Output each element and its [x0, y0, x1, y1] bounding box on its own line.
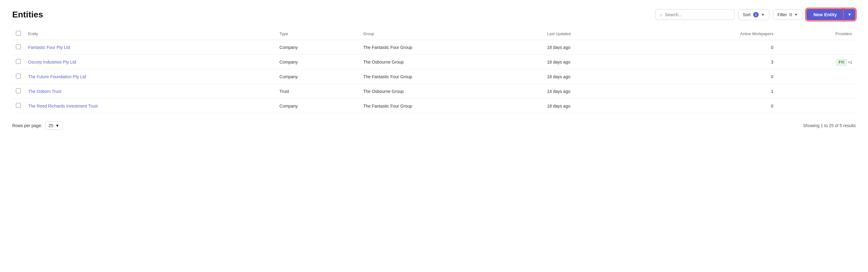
header-entity: Entity	[25, 28, 276, 40]
entity-group: The Fantastic Four Group	[360, 40, 543, 55]
new-entity-dropdown-icon: ▼	[847, 12, 851, 17]
row-checkbox[interactable]	[16, 88, 21, 93]
table-row: The Reed Richards Investment TrustCompan…	[12, 99, 856, 113]
row-checkbox[interactable]	[16, 74, 21, 79]
search-box[interactable]: ⌕	[655, 9, 735, 20]
new-entity-dropdown-button[interactable]: ▼	[843, 8, 856, 21]
entity-type: Company	[276, 69, 360, 84]
row-checkbox[interactable]	[16, 103, 21, 108]
entity-type: Trust	[276, 84, 360, 99]
header-active-workpapers: Active Workpapers	[645, 28, 777, 40]
entity-active-workpapers: 3	[645, 55, 777, 69]
header-providers: Providers	[777, 28, 856, 40]
new-entity-wrapper: New Entity ▼	[806, 8, 856, 21]
header-checkbox-col	[12, 28, 25, 40]
new-entity-button[interactable]: New Entity	[806, 8, 843, 21]
page-title: Entities	[12, 10, 43, 20]
header-last-updated: Last Updated	[543, 28, 645, 40]
rows-per-page-container: Rows per page: 25 ▼	[12, 121, 63, 130]
table-row: The Future Foundation Pty LtdCompanyThe …	[12, 69, 856, 84]
sort-button[interactable]: Sort 1 ▼	[738, 9, 769, 20]
entity-providers	[777, 99, 856, 113]
filter-count: 0	[789, 12, 792, 17]
entity-type: Company	[276, 99, 360, 113]
row-checkbox[interactable]	[16, 44, 21, 49]
filter-label: Filter	[778, 12, 787, 17]
select-all-checkbox[interactable]	[16, 31, 21, 36]
entity-providers	[777, 69, 856, 84]
row-checkbox[interactable]	[16, 59, 21, 64]
footer-row: Rows per page: 25 ▼ Showing 1 to 25 of 5…	[12, 119, 856, 130]
entity-active-workpapers: 0	[645, 69, 777, 84]
entity-group: The Osbourne Group	[360, 55, 543, 69]
table-header-row: Entity Type Group Last Updated Active Wo…	[12, 28, 856, 40]
entity-last-updated: 18 days ago	[543, 40, 645, 55]
entities-table: Entity Type Group Last Updated Active Wo…	[12, 28, 856, 113]
entity-link[interactable]: The Osborn Trust	[28, 89, 61, 94]
entity-last-updated: 14 days ago	[543, 84, 645, 99]
sort-label: Sort	[743, 12, 751, 17]
entity-link[interactable]: Fantastic Four Pty Ltd	[28, 45, 70, 50]
rows-per-page-value: 25	[49, 123, 54, 128]
entity-group: The Osbourne Group	[360, 84, 543, 99]
entity-type: Company	[276, 55, 360, 69]
rows-per-page-select[interactable]: 25 ▼	[45, 121, 63, 130]
entity-link[interactable]: Oscorp Industries Pty Ltd	[28, 60, 76, 64]
entity-last-updated: 18 days ago	[543, 99, 645, 113]
search-icon: ⌕	[660, 12, 662, 17]
entity-providers	[777, 84, 856, 99]
entity-group: The Fantastic Four Group	[360, 99, 543, 113]
table-row: Fantastic Four Pty LtdCompanyThe Fantast…	[12, 40, 856, 55]
entity-providers: FYI+1	[777, 55, 856, 69]
entity-type: Company	[276, 40, 360, 55]
filter-chevron-icon: ▼	[795, 12, 798, 17]
entity-active-workpapers: 0	[645, 40, 777, 55]
entity-group: The Fantastic Four Group	[360, 69, 543, 84]
entity-last-updated: 18 days ago	[543, 55, 645, 69]
sort-badge: 1	[753, 12, 759, 18]
entity-providers	[777, 40, 856, 55]
entity-link[interactable]: The Future Foundation Pty Ltd	[28, 74, 86, 79]
rows-per-page-chevron-icon: ▼	[55, 123, 60, 128]
entity-link[interactable]: The Reed Richards Investment Trust	[28, 103, 98, 109]
table-row: The Osborn TrustTrustThe Osbourne Group1…	[12, 84, 856, 99]
sort-chevron-icon: ▼	[761, 12, 765, 17]
entity-active-workpapers: 1	[645, 84, 777, 99]
header-controls: ⌕ Sort 1 ▼ Filter 0 ▼ New Entity ▼	[655, 8, 856, 21]
page-container: Entities ⌕ Sort 1 ▼ Filter 0 ▼ New Entit…	[0, 0, 868, 136]
entity-active-workpapers: 0	[645, 99, 777, 113]
search-input[interactable]	[665, 12, 730, 17]
provider-badge: FYI	[836, 59, 847, 66]
header-group: Group	[360, 28, 543, 40]
header-row: Entities ⌕ Sort 1 ▼ Filter 0 ▼ New Entit…	[12, 8, 856, 21]
filter-button[interactable]: Filter 0 ▼	[773, 9, 803, 20]
provider-plus: +1	[848, 60, 852, 64]
pagination-info: Showing 1 to 25 of 5 results	[803, 123, 856, 128]
header-type: Type	[276, 28, 360, 40]
entity-last-updated: 18 days ago	[543, 69, 645, 84]
table-row: Oscorp Industries Pty LtdCompanyThe Osbo…	[12, 55, 856, 69]
rows-per-page-label: Rows per page:	[12, 123, 42, 128]
